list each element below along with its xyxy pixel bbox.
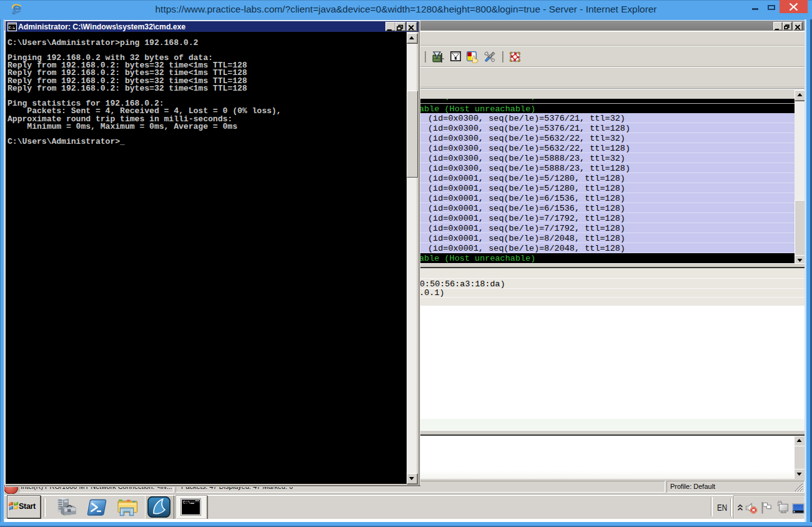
svg-text:C:\: C:\ <box>183 501 191 505</box>
svg-text:C:\: C:\ <box>9 26 16 30</box>
